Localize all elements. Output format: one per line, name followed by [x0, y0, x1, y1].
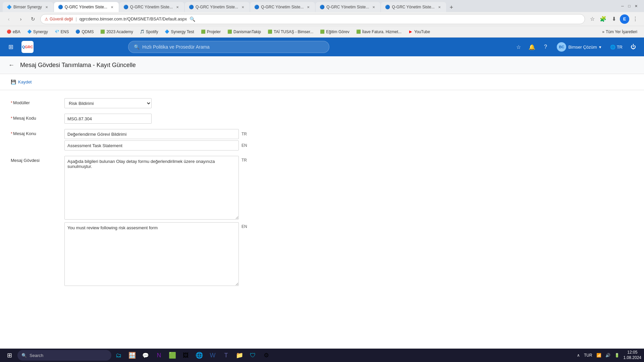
close-button[interactable]: ✕	[633, 3, 639, 9]
volume-icon: 🔊	[605, 353, 610, 358]
browser-title-bar: 🔷 Bimser Synergy ✕ 🔵 Q-GRC Yönetim Siste…	[0, 0, 644, 12]
download-button[interactable]: ⬇	[609, 14, 619, 24]
search-lens-icon[interactable]: 🔍	[190, 16, 195, 22]
bookmark-tai[interactable]: 🟩 TAİ TUSAŞ - Bimser...	[265, 28, 316, 36]
tab-qgrc-6[interactable]: 🔵 Q-GRC Yönetim Siste... ✕	[316, 2, 380, 12]
taskbar-search[interactable]: 🔍 Search	[17, 350, 111, 361]
tab-qgrc-4[interactable]: 🔵 Q-GRC Yönetim Siste... ✕	[185, 2, 250, 12]
taskbar-app-excel[interactable]: 🟩	[166, 349, 178, 361]
taskbar-app-winexplorer[interactable]: 🗂	[113, 349, 125, 361]
help-button[interactable]: ?	[540, 42, 551, 52]
forward-nav-button[interactable]: ›	[16, 14, 25, 24]
browser-toolbar-icons: ☆ 🧩 ⬇ E ⋮	[588, 14, 640, 24]
mesaj-kodu-input[interactable]	[64, 114, 152, 124]
tab-qgrc-7[interactable]: 🔵 Q-GRC Yönetim Siste... ✕	[381, 2, 446, 12]
mesaj-konu-fields: TR EN	[64, 129, 633, 150]
taskbar-app-files[interactable]: 📁	[233, 349, 246, 361]
tab-close-btn[interactable]: ✕	[44, 4, 49, 10]
bookmark-synergy[interactable]: 🔷 Synergy	[24, 28, 51, 36]
profile-button[interactable]: E	[620, 14, 629, 24]
taskbar-app-defender[interactable]: 🛡	[247, 349, 259, 361]
taskbar-app-chrome[interactable]: 🌐	[193, 349, 205, 361]
bookmark-youtube[interactable]: ▶ YouTube	[406, 28, 433, 36]
taskbar-app-vsco[interactable]: 🖼	[180, 349, 192, 361]
language-button[interactable]: 🌐 TR	[607, 43, 625, 51]
maximize-button[interactable]: □	[627, 3, 632, 9]
bookmarks-more-button[interactable]: » Tüm Yer İşaretleri	[599, 28, 640, 36]
mesaj-govdesi-tr-textarea[interactable]: Aşağıda bilgileri bulunan Olay detay for…	[64, 156, 239, 220]
bookmark-synergy-test[interactable]: 🔷 Synergy Test	[162, 28, 197, 36]
user-profile-button[interactable]: BC Bimser Çözüm ▾	[553, 41, 604, 53]
app-grid-button[interactable]: ⊞	[5, 42, 16, 52]
bookmark-egitim[interactable]: 🟩 Eğitim Görev	[317, 28, 352, 36]
tab-bimser-synergy[interactable]: 🔷 Bimser Synergy ✕	[3, 2, 53, 12]
tab-close-btn-6[interactable]: ✕	[371, 4, 376, 10]
bookmark-ens[interactable]: 💎 ENS	[52, 28, 72, 36]
ens-favicon: 💎	[55, 29, 59, 34]
tab-label-7: Q-GRC Yönetim Siste...	[392, 5, 434, 9]
bookmark-2023academy[interactable]: 🟩 2023 Academy	[98, 28, 136, 36]
chevron-up-icon[interactable]: ∧	[577, 353, 580, 358]
bookmark-ilave[interactable]: 🟩 İlave Fatura. Hizmet...	[354, 28, 404, 36]
back-button[interactable]: ←	[7, 60, 16, 70]
govdesi-en-tag: EN	[241, 222, 252, 229]
bookmark-projeler[interactable]: 🟩 Projeler	[198, 28, 223, 36]
taskbar-app-teams2[interactable]: T	[220, 349, 232, 361]
mesaj-govdesi-en-textarea[interactable]: You must review following risk assesment…	[64, 222, 239, 286]
moduller-field-container: Risk BildirimiOlay BildirimiDoküman Yöne…	[64, 98, 152, 108]
tab-close-btn-4[interactable]: ✕	[240, 4, 246, 10]
app-logo[interactable]: QGRC	[21, 41, 34, 53]
address-bar-actions: 🔍	[190, 16, 195, 22]
minimize-button[interactable]: ─	[620, 3, 625, 9]
mesaj-govdesi-tr-row: Aşağıda bilgileri bulunan Olay detay for…	[64, 156, 252, 220]
taskbar-app-onenote[interactable]: N	[153, 349, 165, 361]
tab-qgrc-5[interactable]: 🔵 Q-GRC Yönetim Siste... ✕	[250, 2, 315, 12]
mesaj-kodu-row: Mesaj Kodu	[11, 114, 633, 124]
start-button[interactable]: ⊞	[3, 350, 16, 361]
qdms-favicon: 🔵	[75, 29, 80, 34]
taskbar-app-winstore[interactable]: 🪟	[126, 349, 138, 361]
tab-close-btn-7[interactable]: ✕	[437, 4, 442, 10]
mesaj-konu-tr-input[interactable]	[64, 129, 239, 139]
moduller-select[interactable]: Risk BildirimiOlay BildirimiDoküman Yöne…	[64, 98, 152, 108]
back-nav-button[interactable]: ‹	[4, 14, 13, 24]
taskbar-app-teams[interactable]: 💬	[140, 349, 152, 361]
bookmark-eba-label: eBA	[13, 29, 20, 34]
bookmark-qdms[interactable]: 🔵 QDMS	[73, 28, 96, 36]
reload-button[interactable]: ↻	[28, 14, 38, 24]
bookmark-star-button[interactable]: ☆	[588, 14, 597, 24]
taskbar-app-word[interactable]: W	[207, 349, 219, 361]
mesaj-konu-tr-row: TR	[64, 129, 633, 139]
mesaj-konu-en-input[interactable]	[64, 140, 239, 150]
files-icon: 📁	[236, 352, 243, 359]
new-tab-button[interactable]: +	[447, 3, 456, 12]
bookmark-eba[interactable]: 🔴 eBA	[4, 28, 23, 36]
bookmark-synergy-test-label: Synergy Test	[171, 29, 194, 34]
favorites-button[interactable]: ☆	[513, 42, 524, 52]
tab-close-btn-3[interactable]: ✕	[175, 4, 180, 10]
chrome-icon: 🌐	[196, 352, 203, 359]
tab-qgrc-active[interactable]: 🔵 Q-GRC Yönetim Siste... ✕	[54, 2, 119, 12]
save-button[interactable]: 💾 Kaydet	[7, 77, 36, 86]
tab-favicon-2: 🔵	[58, 5, 63, 9]
notifications-button[interactable]: 🔔	[527, 42, 537, 52]
power-button[interactable]: ⏻	[628, 42, 639, 52]
taskbar-app-settings[interactable]: ⚙	[260, 349, 272, 361]
mesaj-govdesi-label: Mesaj Gövdesi	[11, 156, 64, 163]
taskbar-clock[interactable]: 12:05 1.08.2024	[624, 350, 641, 360]
tab-favicon-3: 🔵	[123, 5, 128, 9]
taskbar: ⊞ 🔍 Search 🗂 🪟 💬 N 🟩 🖼 🌐 W T 📁 🛡 ⚙ ∧ TUR	[0, 349, 644, 362]
mesaj-konu-row: Mesaj Konu TR EN	[11, 129, 633, 150]
tab-close-btn-2[interactable]: ✕	[109, 4, 115, 10]
bookmark-spotify[interactable]: 🎵 Spotify	[137, 28, 161, 36]
tab-qgrc-3[interactable]: 🔵 Q-GRC Yönetim Siste... ✕	[119, 2, 184, 12]
tab-close-btn-5[interactable]: ✕	[306, 4, 311, 10]
app-search-box[interactable]: 🔍 Hızlı Politika ve Prosedür Arama	[128, 41, 329, 53]
menu-button[interactable]: ⋮	[631, 14, 640, 24]
time-display: 12:05	[627, 350, 637, 355]
extensions-button[interactable]: 🧩	[598, 14, 608, 24]
address-bar[interactable]: ⚠ Güvenli değil | qgrcdemo.bimser.com.tr…	[40, 14, 585, 24]
bookmark-danisman[interactable]: 🟩 DanismanTakip	[225, 28, 264, 36]
mesaj-govdesi-fields: Aşağıda bilgileri bulunan Olay detay for…	[64, 156, 252, 286]
user-name-label: Bimser Çözüm	[568, 45, 597, 50]
